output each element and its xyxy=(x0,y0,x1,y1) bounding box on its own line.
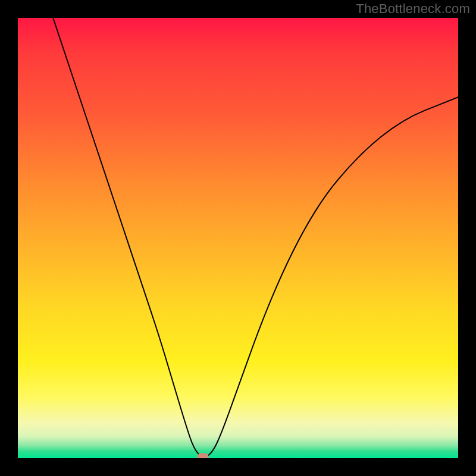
bottleneck-curve xyxy=(53,18,458,457)
chart-frame: TheBottleneck.com xyxy=(0,0,476,476)
chart-svg xyxy=(18,18,458,458)
watermark-text: TheBottleneck.com xyxy=(356,1,470,17)
chart-plot-area xyxy=(18,18,458,458)
optimal-point-marker xyxy=(197,453,209,458)
